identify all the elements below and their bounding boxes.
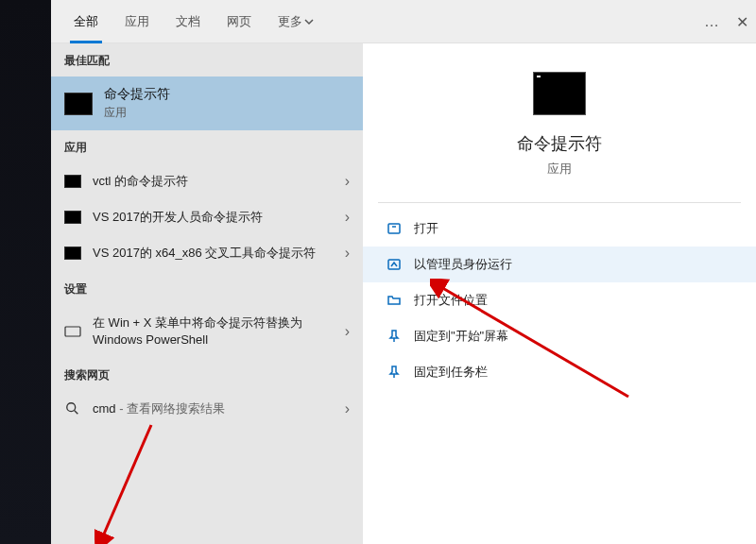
- tab-web[interactable]: 网页: [214, 0, 265, 43]
- app-row-vctl[interactable]: vctl 的命令提示符 ›: [51, 163, 363, 199]
- chevron-right-icon: ›: [345, 173, 350, 190]
- best-match-item[interactable]: 命令提示符 应用: [51, 76, 363, 130]
- action-open-location[interactable]: 打开文件位置: [363, 282, 756, 318]
- open-icon: [386, 220, 403, 237]
- action-open[interactable]: 打开: [363, 211, 756, 246]
- pin-icon: [386, 364, 403, 381]
- app-row-label: VS 2017的开发人员命令提示符: [93, 209, 334, 226]
- cmd-icon: [64, 211, 81, 224]
- tabs-bar: 全部 应用 文档 网页 更多 … ✕: [51, 0, 756, 43]
- detail-title: 命令提示符: [517, 132, 602, 155]
- action-pin-taskbar[interactable]: 固定到任务栏: [363, 354, 756, 390]
- cmd-icon: [64, 246, 81, 260]
- web-row-cmd[interactable]: cmd - 查看网络搜索结果 ›: [51, 391, 363, 427]
- best-match-text: 命令提示符 应用: [104, 86, 170, 121]
- action-run-admin[interactable]: 以管理员身份运行: [363, 246, 756, 282]
- section-apps: 应用: [51, 130, 363, 163]
- tab-more[interactable]: 更多: [265, 0, 327, 43]
- tab-apps[interactable]: 应用: [112, 0, 163, 43]
- cmd-icon: [64, 175, 81, 188]
- action-label: 固定到任务栏: [414, 364, 488, 381]
- tab-more-label: 更多: [278, 0, 302, 43]
- admin-icon: [386, 256, 403, 273]
- detail-subtitle: 应用: [547, 161, 572, 178]
- best-match-title: 命令提示符: [104, 86, 170, 103]
- cmd-icon: [64, 93, 93, 115]
- svg-rect-0: [65, 327, 80, 336]
- app-row-label: vctl 的命令提示符: [93, 173, 334, 190]
- search-icon: [64, 402, 81, 416]
- svg-point-1: [67, 403, 76, 412]
- action-pin-start[interactable]: 固定到"开始"屏幕: [363, 318, 756, 354]
- app-row-label: VS 2017的 x64_x86 交叉工具命令提示符: [93, 245, 334, 262]
- detail-head: 命令提示符 应用: [378, 72, 741, 203]
- pin-icon: [386, 328, 403, 345]
- results-column: 最佳匹配 命令提示符 应用 应用 vctl 的命令提示符 › VS 2017的开…: [51, 43, 363, 544]
- web-row-label: cmd - 查看网络搜索结果: [93, 400, 334, 417]
- web-row-suffix: - 查看网络搜索结果: [116, 401, 226, 416]
- detail-column: 命令提示符 应用 打开 以管理员身份运行: [363, 43, 756, 544]
- settings-icon: [64, 325, 81, 338]
- actions-list: 打开 以管理员身份运行 打开文件位置: [363, 203, 756, 398]
- action-label: 打开文件位置: [414, 292, 488, 309]
- columns: 最佳匹配 命令提示符 应用 应用 vctl 的命令提示符 › VS 2017的开…: [51, 43, 756, 544]
- chevron-down-icon: [304, 17, 314, 26]
- svg-line-2: [75, 411, 78, 415]
- svg-rect-3: [388, 224, 400, 233]
- section-settings: 设置: [51, 272, 363, 305]
- web-row-prefix: cmd: [93, 401, 116, 416]
- action-label: 以管理员身份运行: [414, 256, 512, 273]
- tab-all[interactable]: 全部: [60, 0, 112, 43]
- desktop-dark-strip: [0, 0, 51, 544]
- chevron-right-icon: ›: [345, 245, 350, 262]
- close-icon[interactable]: ✕: [736, 13, 748, 31]
- search-panel: 全部 应用 文档 网页 更多 … ✕ 最佳匹配 命令提示符 应用 应用: [51, 0, 756, 544]
- best-match-subtitle: 应用: [104, 105, 170, 121]
- chevron-right-icon: ›: [345, 323, 350, 340]
- section-web: 搜索网页: [51, 358, 363, 391]
- section-best-match: 最佳匹配: [51, 43, 363, 76]
- cmd-large-icon: [533, 72, 586, 115]
- more-icon[interactable]: …: [704, 13, 719, 30]
- action-label: 打开: [414, 220, 438, 237]
- top-right-controls: … ✕: [704, 0, 748, 43]
- svg-rect-4: [388, 260, 400, 269]
- app-row-vs2017-cross[interactable]: VS 2017的 x64_x86 交叉工具命令提示符 ›: [51, 235, 363, 271]
- tab-docs[interactable]: 文档: [163, 0, 214, 43]
- settings-row-winx[interactable]: 在 Win + X 菜单中将命令提示符替换为 Windows PowerShel…: [51, 305, 363, 358]
- chevron-right-icon: ›: [345, 400, 350, 417]
- settings-row-label: 在 Win + X 菜单中将命令提示符替换为 Windows PowerShel…: [93, 314, 334, 348]
- chevron-right-icon: ›: [345, 209, 350, 226]
- folder-icon: [386, 292, 403, 309]
- action-label: 固定到"开始"屏幕: [414, 328, 508, 345]
- app-row-vs2017-dev[interactable]: VS 2017的开发人员命令提示符 ›: [51, 199, 363, 235]
